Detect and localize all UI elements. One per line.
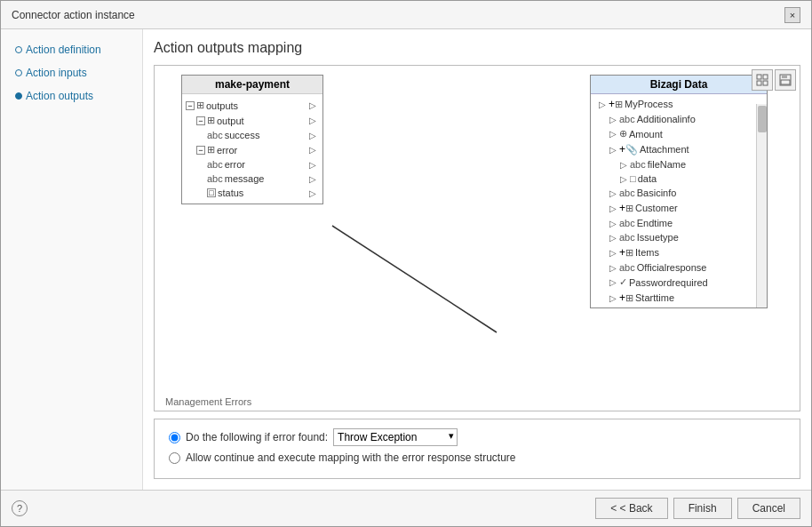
grid-icon: ⊞ bbox=[207, 115, 215, 126]
node-label: Amount bbox=[629, 129, 663, 140]
node-label: output bbox=[217, 116, 244, 126]
sidebar: Action definition Action inputs Action o… bbox=[1, 29, 143, 490]
tree-node-status: □ status ▷ bbox=[207, 186, 319, 200]
bizagi-node-additionalinfo: ▷ abc Additionalinfo bbox=[605, 112, 763, 126]
mapping-inner: make-payment − ⊞ outputs ▷ bbox=[155, 66, 776, 386]
bottom-bar: ? < < Back Finish Cancel bbox=[1, 490, 811, 526]
arrow-in-icon: ▷ bbox=[609, 248, 617, 257]
grid-icon: ⊞ bbox=[207, 144, 215, 156]
node-label: Endtime bbox=[637, 218, 673, 228]
arrow-in-icon: ▷ bbox=[619, 160, 628, 169]
management-errors-section: Management Errors Do the following if er… bbox=[154, 419, 800, 479]
mapping-canvas: make-payment − ⊞ outputs ▷ bbox=[155, 66, 800, 411]
svg-rect-1 bbox=[763, 75, 768, 79]
content-title: Action outputs mapping bbox=[154, 40, 800, 56]
close-button[interactable]: × bbox=[784, 7, 800, 23]
sidebar-item-label: Action definition bbox=[26, 44, 101, 56]
expander-attachment[interactable]: + bbox=[619, 143, 625, 156]
expander-output[interactable]: − bbox=[196, 116, 205, 125]
make-payment-box: make-payment − ⊞ outputs ▷ bbox=[181, 75, 323, 204]
expander-items[interactable]: + bbox=[619, 246, 625, 259]
node-label: Basicinfo bbox=[637, 188, 677, 198]
left-tree-container: − ⊞ outputs ▷ − ⊞ output bbox=[182, 94, 322, 204]
abc-icon: abc bbox=[207, 173, 223, 184]
mapping-area: make-payment − ⊞ outputs ▷ bbox=[154, 65, 800, 411]
toolbar-buttons bbox=[752, 69, 796, 91]
tree-node-outputs: − ⊞ outputs ▷ bbox=[186, 98, 319, 113]
cancel-button[interactable]: Cancel bbox=[737, 498, 800, 519]
arrow-out-icon: ▷ bbox=[308, 101, 317, 110]
expander-outputs[interactable]: − bbox=[186, 101, 195, 110]
sidebar-item-action-outputs[interactable]: Action outputs bbox=[8, 86, 135, 106]
throw-exception-select-wrap: Throw Exception Continue Ignore bbox=[333, 428, 458, 446]
arrow-in-icon: ▷ bbox=[609, 263, 617, 272]
check-icon: ✓ bbox=[619, 276, 627, 288]
arrow-in-icon: ▷ bbox=[609, 219, 617, 228]
bizagi-node-attachment: ▷ + 📎 Attachment bbox=[605, 141, 763, 157]
expander-error[interactable]: − bbox=[196, 146, 205, 155]
main-content: Action definition Action inputs Action o… bbox=[1, 29, 811, 490]
sidebar-item-action-definition[interactable]: Action definition bbox=[8, 40, 135, 60]
expander-status[interactable]: □ bbox=[207, 188, 216, 197]
abc-icon: abc bbox=[630, 159, 646, 170]
node-label: data bbox=[638, 173, 657, 184]
grid-icon: ⊞ bbox=[625, 203, 633, 214]
sidebar-item-action-inputs[interactable]: Action inputs bbox=[8, 63, 135, 83]
abc-icon: abc bbox=[619, 114, 635, 124]
abc-icon: abc bbox=[619, 262, 635, 273]
bizagi-box: Bizagi Data ▷ + ⊞ MyProcess bbox=[590, 75, 768, 308]
sidebar-item-label: Action outputs bbox=[26, 90, 93, 102]
radio-allow-continue[interactable] bbox=[169, 452, 180, 464]
svg-rect-6 bbox=[781, 80, 790, 84]
make-payment-title: make-payment bbox=[182, 76, 322, 94]
node-label: message bbox=[225, 173, 265, 184]
expander-myprocess[interactable]: + bbox=[609, 98, 615, 110]
node-label: Officialresponse bbox=[637, 262, 707, 273]
bizagi-title: Bizagi Data bbox=[591, 76, 767, 94]
svg-rect-3 bbox=[763, 81, 768, 85]
arrow-in-icon: ▷ bbox=[598, 100, 607, 108]
svg-rect-5 bbox=[782, 75, 787, 78]
node-label: Items bbox=[635, 247, 659, 258]
bizagi-scroll-thumb bbox=[758, 106, 767, 132]
arrow-in-icon: ▷ bbox=[609, 204, 617, 212]
abc-icon: abc bbox=[619, 218, 635, 228]
management-errors-title: Management Errors bbox=[162, 396, 255, 407]
bullet-icon bbox=[15, 69, 22, 76]
node-label: Starttime bbox=[635, 292, 674, 303]
throw-exception-select[interactable]: Throw Exception Continue Ignore bbox=[333, 428, 458, 446]
grid-icon: ⊞ bbox=[625, 247, 633, 259]
box-icon: □ bbox=[630, 173, 636, 184]
expander-starttime[interactable]: + bbox=[619, 291, 625, 304]
finish-button[interactable]: Finish bbox=[673, 498, 732, 519]
arrow-out-icon: ▷ bbox=[308, 146, 317, 155]
radio-label-1: Do the following if error found: bbox=[186, 431, 328, 443]
bizagi-node-amount: ▷ ⊕ Amount bbox=[605, 126, 763, 141]
abc-icon: abc bbox=[619, 188, 635, 198]
bizagi-node-officialresponse: ▷ abc Officialresponse bbox=[605, 260, 763, 275]
arrow-in-icon: ▷ bbox=[609, 188, 617, 197]
bizagi-node-data: ▷ □ data bbox=[616, 172, 763, 186]
node-label: Additionalinfo bbox=[637, 114, 696, 124]
radio-throw-exception[interactable] bbox=[169, 432, 180, 443]
expand-all-button[interactable] bbox=[752, 69, 773, 91]
bottom-left: ? bbox=[12, 500, 28, 516]
arrow-out-icon: ▷ bbox=[308, 116, 317, 125]
save-button[interactable] bbox=[775, 69, 796, 91]
help-button[interactable]: ? bbox=[12, 500, 28, 516]
back-button[interactable]: < < Back bbox=[595, 498, 667, 519]
sidebar-item-label: Action inputs bbox=[26, 67, 87, 79]
grid-icon: ⊞ bbox=[196, 100, 204, 111]
arrow-in-icon: ▷ bbox=[609, 115, 617, 124]
tree-node-success: abc success ▷ bbox=[207, 128, 319, 142]
tree-node-message: abc message ▷ bbox=[207, 172, 319, 186]
node-label: error bbox=[225, 159, 245, 170]
dialog-window: Connector action instance × Action defin… bbox=[0, 0, 812, 527]
bizagi-scrollbar[interactable] bbox=[756, 104, 767, 307]
bizagi-node-starttime: ▷ + ⊞ Starttime bbox=[605, 290, 763, 306]
arrow-out-icon: ▷ bbox=[308, 174, 317, 183]
grid-icon: ⊞ bbox=[615, 99, 623, 110]
expander-customer[interactable]: + bbox=[619, 202, 625, 214]
dialog-title: Connector action instance bbox=[12, 9, 135, 21]
tree-node-output: − ⊞ output ▷ bbox=[196, 113, 319, 128]
